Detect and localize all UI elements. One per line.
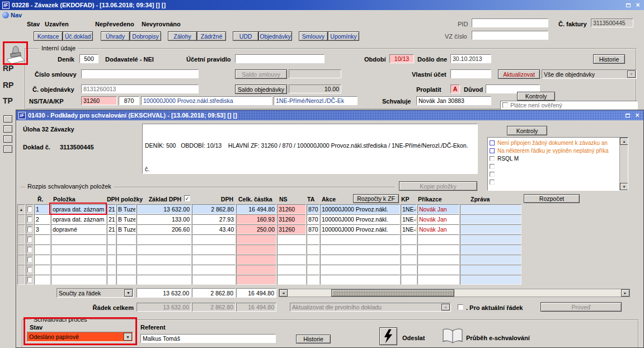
cell-dph2[interactable]: B Tuzer — [116, 204, 136, 214]
tab-dobropisy[interactable]: Dobropisy — [130, 31, 161, 41]
record-selector[interactable] — [17, 224, 25, 234]
close-icon[interactable]: × — [633, 112, 641, 119]
cell-dph[interactable]: 2 862.80 — [192, 204, 236, 214]
c-objednavky-field[interactable]: 8131260013 — [81, 84, 199, 93]
cell-r[interactable] — [34, 244, 50, 255]
cell-zaklad[interactable]: 206.60 — [137, 224, 191, 234]
row-checkbox-cell[interactable] — [26, 234, 34, 244]
soucty-dropdown[interactable]: Součty za řádek ▼ — [57, 288, 134, 298]
row-checkbox[interactable] — [27, 277, 32, 283]
sidebar-fragment-button[interactable] — [3, 145, 12, 153]
cell-ta[interactable]: 870 — [307, 204, 319, 214]
record-selector[interactable] — [17, 244, 25, 255]
cell-zprava[interactable] — [460, 204, 521, 214]
dropdown-arrow-icon[interactable]: ▼ — [627, 70, 636, 78]
cell-polozka[interactable] — [51, 265, 106, 275]
tab-z-dr-n-[interactable]: Zádržné — [197, 31, 226, 41]
cell-zprava[interactable] — [460, 244, 521, 255]
row-checkbox[interactable] — [27, 206, 32, 212]
header-checkbox[interactable]: ✓ — [184, 195, 190, 201]
cell-kp[interactable]: 1NE-Přín — [401, 204, 417, 214]
cell-zaklad[interactable]: 13 632.00 — [137, 204, 191, 214]
tab-smlouvy[interactable]: Smlouvy — [299, 31, 328, 41]
front-window-titlebar[interactable]: iF 01430 - Podklady pro schvalování (EKS… — [16, 110, 643, 120]
cell-akce[interactable] — [320, 255, 400, 265]
pro-aktualni-checkbox[interactable] — [458, 304, 463, 310]
record-selector[interactable] — [17, 275, 25, 285]
record-selector[interactable] — [17, 265, 25, 275]
row-checkbox[interactable] — [27, 257, 32, 262]
cell-akce[interactable]: 100000J000 Provoz.nákl. — [320, 204, 400, 214]
cell-dph[interactable] — [192, 234, 236, 244]
cell-akce[interactable] — [320, 234, 400, 244]
nav-button[interactable]: Nav — [2, 12, 22, 18]
cell-ta[interactable] — [307, 244, 319, 255]
cell-zaklad[interactable] — [137, 275, 191, 285]
row-checkbox[interactable] — [27, 227, 32, 232]
saldo-objednavky-button[interactable]: Saldo objednávky — [235, 84, 287, 94]
cell-dph2[interactable] — [116, 234, 136, 244]
cell-celk[interactable] — [236, 255, 276, 265]
tab-z-lohy[interactable]: Zálohy — [168, 31, 197, 41]
cell-zaklad[interactable] — [137, 255, 191, 265]
check-item-checkbox[interactable] — [490, 148, 495, 153]
proplatit-field[interactable]: A — [450, 84, 460, 93]
odeslat-button[interactable] — [379, 327, 397, 345]
ta-field[interactable]: 870 — [119, 96, 139, 105]
row-checkbox-cell[interactable] — [26, 244, 34, 255]
cell-dph1[interactable] — [107, 275, 116, 285]
cell-celk[interactable]: 16 494.80 — [236, 204, 276, 214]
cell-celk[interactable] — [236, 275, 276, 285]
vz-cislo-input[interactable] — [472, 31, 548, 40]
sidebar-item-tp-2[interactable]: TP — [3, 96, 13, 105]
scrollbar-thumb[interactable] — [331, 289, 454, 297]
cell-prikazce[interactable] — [417, 275, 459, 285]
cell-kp[interactable] — [401, 275, 417, 285]
record-selector[interactable] — [17, 214, 25, 224]
cell-prikazce[interactable] — [417, 234, 459, 244]
denik-field[interactable]: 500 — [79, 54, 98, 63]
aktualizovat-dle-dropdown[interactable]: Aktualizovat dle prvotního dokladu ▼ — [290, 303, 451, 312]
cell-celk[interactable]: 250.00 — [236, 224, 276, 234]
pid-input[interactable] — [472, 18, 548, 27]
restore-icon[interactable] — [624, 2, 632, 9]
cell-ns[interactable] — [277, 244, 306, 255]
dropdown-arrow-icon[interactable]: ▼ — [124, 333, 132, 341]
cell-r[interactable] — [34, 234, 50, 244]
record-selector[interactable] — [17, 255, 25, 265]
saldo-smlouvy-button[interactable]: Saldo smlouvy — [235, 69, 287, 79]
cell-dph2[interactable] — [116, 265, 136, 275]
tab-udd[interactable]: UDD — [233, 31, 258, 41]
cell-dph[interactable] — [192, 275, 236, 285]
cislo-smlouvy-field[interactable] — [81, 69, 199, 78]
cell-akce[interactable]: 100000J000 Provoz.nákl. — [320, 224, 400, 234]
cell-zaklad[interactable] — [137, 234, 191, 244]
cell-r[interactable] — [34, 275, 50, 285]
sidebar-fragment-button[interactable] — [3, 125, 12, 133]
check-item-checkbox[interactable] — [490, 164, 495, 169]
cell-polozka[interactable]: oprava dat. záznam — [51, 204, 106, 214]
cell-polozka[interactable]: oprava dat. záznam — [51, 214, 106, 224]
cell-kp[interactable]: 1NE-Přín — [401, 214, 417, 224]
kp-field[interactable]: 1NE-Přímé/Nerozl./DČ-Ek — [274, 96, 358, 105]
cell-kp[interactable]: 1NE-Přín — [401, 224, 417, 234]
cell-akce[interactable] — [320, 244, 400, 255]
cell-zprava[interactable] — [460, 234, 521, 244]
sidebar-item-rp-0[interactable]: RP — [3, 64, 13, 73]
cell-dph[interactable]: 43.40 — [192, 224, 236, 234]
cell-celk[interactable] — [236, 244, 276, 255]
cell-r[interactable] — [34, 265, 50, 275]
cell-dph1[interactable] — [107, 234, 116, 244]
kopie-polozky-button[interactable]: Kopie položky — [399, 181, 477, 191]
ns-field[interactable]: 31260 — [81, 96, 117, 105]
cell-zprava[interactable] — [460, 255, 521, 265]
cell-ta[interactable]: 870 — [307, 214, 319, 224]
vse-dle-objednavky-dropdown[interactable]: Vše dle objednávky ▼ — [542, 69, 637, 79]
cell-dph2[interactable] — [116, 275, 136, 285]
cell-ta[interactable] — [307, 275, 319, 285]
cell-prikazce[interactable]: Novák Jan — [417, 214, 459, 224]
cell-kp[interactable] — [401, 255, 417, 265]
stav-dropdown[interactable]: Odesláno papírově ▼ — [27, 332, 133, 342]
cell-kp[interactable] — [401, 244, 417, 255]
cell-dph[interactable] — [192, 265, 236, 275]
